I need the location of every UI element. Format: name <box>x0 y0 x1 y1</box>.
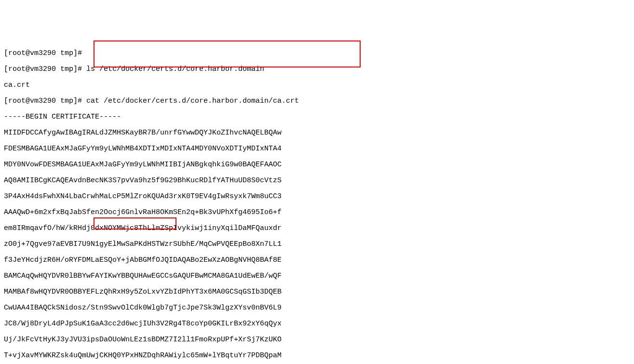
ls-output: ca.crt <box>4 81 30 89</box>
cert-line: f3JeYHcdjzR6H/oRYFDMLaESQoY+jAbBGMfOJQID… <box>4 256 282 264</box>
shell-prompt: [root@vm3290 tmp]# <box>4 65 82 73</box>
cert-line: CwUAA4IBAQCkSNidosz/Stn9SwvOlCdk0Wlgb7gT… <box>4 304 282 312</box>
cert-line: FDESMBAGA1UEAxMJaGFyYm9yLWNhMB4XDTIxMDIx… <box>4 145 282 153</box>
shell-prompt: [root@vm3290 tmp]# <box>4 49 82 57</box>
shell-prompt: [root@vm3290 tmp]# <box>4 97 82 105</box>
cert-line: 3P4AxH4dsFwhXN4LbaCrwhMaLcP5MlZroKQUAd3r… <box>4 192 282 201</box>
cert-begin: -----BEGIN CERTIFICATE----- <box>4 113 121 121</box>
cert-line: em8IRmqavfO/hW/kRHdj0dxNOYMWjc8ThLlmZSpI… <box>4 224 282 232</box>
terminal-output[interactable]: [root@vm3290 tmp]# [root@vm3290 tmp]# ls… <box>4 34 634 364</box>
cert-line: AQ8AMIIBCgKCAQEAvdnBecNK3S7pvVa9hz5f9G29… <box>4 176 282 185</box>
cert-line: AAAQwD+6m2xfxBqJabSfen2Oocj6GnlvRaH8OKmS… <box>4 208 282 216</box>
cert-line: zO0j+7Qgve97aEVBI7U9N1gyElMwSaPKdHSTWzrS… <box>4 240 282 248</box>
cert-line: Uj/JkFcVtHyKJ3yJVU3ipsDaOUoWnLEz1sBDMZ7I… <box>4 336 282 344</box>
cert-line: BAMCAqQwHQYDVR0lBBYwFAYIKwYBBQUHAwEGCCsG… <box>4 272 282 280</box>
cert-line: MAMBAf8wHQYDVR0OBBYEFLzQhRxH9y5ZoLxvYZbI… <box>4 288 282 296</box>
cert-line: JC8/Wj8DryL4dPJpSuK1GaA3cc2d6wcjIUh3V2Rg… <box>4 320 282 328</box>
cert-line: MDY0NVowFDESMBAGA1UEAxMJaGFyYm9yLWNhMIIB… <box>4 161 282 169</box>
cert-line: T+vjXavMYWKRZsk4uQmUwjCKHQ0YPxHNZDqhRAWi… <box>4 351 282 360</box>
command-cat-cert: cat /etc/docker/certs.d/core.harbor.doma… <box>86 97 299 105</box>
cert-line: MIIDFDCCAfygAwIBAgIRALdJZMHSKayBR7B/unrf… <box>4 129 282 137</box>
command-ls: ls /etc/docker/certs.d/core.harbor.domai… <box>86 65 264 73</box>
